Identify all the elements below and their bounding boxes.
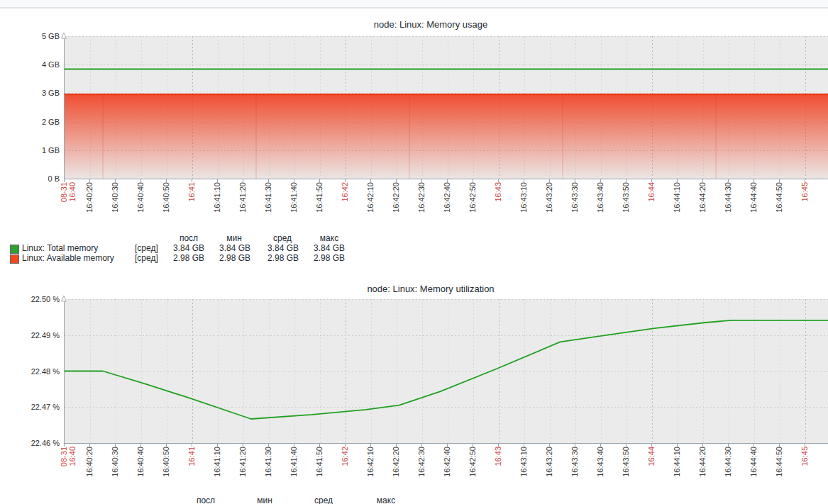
x-tick-label: 16:42:50: [468, 182, 477, 232]
x-tick-label: 16:44:40: [749, 182, 758, 232]
x-tick-label: 16:44:50: [775, 182, 783, 232]
x-tick-label: 16:43:40: [596, 447, 605, 496]
x-tick-label: 16:41:10: [213, 182, 221, 232]
legend-series-label: Linux: Available memory: [22, 254, 114, 263]
x-tick-label: 16:41:30: [264, 447, 272, 496]
x-tick-label: 16:40:30: [111, 447, 119, 496]
x-tick-label: 16:42:20: [392, 182, 400, 232]
y-axis-arrow-icon: [60, 29, 67, 42]
x-tick-label: 16:41:40: [289, 447, 298, 496]
x-tick-label: 16:40:50: [162, 447, 170, 496]
x-tick-label: 16:43:50: [622, 182, 630, 232]
memory-usage-chart-title: node: Linux: Memory usage: [64, 19, 797, 30]
legend-series-label: Linux: Total memory: [22, 244, 98, 253]
legend-header-макс: макс: [358, 496, 414, 504]
memory-usage-plot-area[interactable]: [64, 36, 828, 179]
grid-and-series-svg: [65, 36, 828, 179]
legend-header-макс: макс: [301, 234, 358, 243]
x-tick-label: 16:43:20: [545, 447, 553, 496]
x-tick-label: 16:42:50: [468, 447, 477, 496]
x-tick-label: 16:42:40: [443, 447, 451, 496]
x-tick-label: 16:42: [341, 447, 349, 496]
available-memory-area: [65, 94, 828, 179]
x-tick-label: 16:44:50: [775, 447, 783, 496]
x-tick-label: 16:40:50: [162, 182, 170, 232]
legend-swatch: [10, 254, 19, 264]
legend-value: 3.84 GB: [284, 244, 345, 253]
x-tick-label: 16:42: [341, 182, 349, 232]
legend-swatch: [10, 245, 19, 254]
y-tick-label: 5 GB: [14, 32, 60, 40]
x-tick-label: 16:44:10: [673, 182, 681, 232]
legend-header-посл: посл: [177, 496, 234, 504]
x-tick-label: 16:44:20: [698, 182, 707, 232]
y-tick-label: 1 GB: [14, 146, 60, 155]
y-tick-label: 22.46 %: [14, 439, 60, 447]
x-tick-label: 16:44:10: [673, 447, 681, 496]
memory-utilization-line: [65, 320, 828, 419]
y-tick-label: 22.49 %: [14, 331, 60, 340]
x-tick-label: 16:43: [494, 182, 502, 232]
x-tick-label: 16:41: [187, 447, 196, 496]
x-tick-label: 16:43:20: [545, 182, 553, 232]
legend-header-сред: сред: [295, 496, 352, 504]
x-tick-label: 16:42:30: [417, 447, 426, 496]
x-tick-label: 16:41: [187, 182, 196, 232]
x-tick-label: 16:43:30: [570, 447, 579, 496]
x-tick-label: 16:43:50: [622, 447, 630, 496]
x-tick-label: 16:44:20: [698, 447, 707, 496]
x-tick-label: 16:40:20: [85, 447, 94, 496]
x-tick-label: 16:42:30: [417, 182, 426, 232]
x-tick-label: 16:44: [647, 447, 656, 496]
x-tick-label: 16:42:20: [392, 447, 400, 496]
x-tick-label: 16:40:40: [136, 447, 145, 496]
y-tick-label: 22.48 %: [14, 367, 60, 376]
grid-and-series-svg: [65, 299, 828, 443]
memory-utilization-chart-title: node: Linux: Memory utilization: [64, 284, 797, 294]
x-tick-label: 16:42:10: [366, 182, 375, 232]
memory-utilization-plot-area[interactable]: [64, 299, 828, 444]
zabbix-graphs-page: node: Linux: Memory usage node: Linux: M…: [0, 0, 828, 504]
y-tick-label: 0 B: [14, 174, 60, 183]
x-tick-label: 16:41:50: [315, 182, 324, 232]
x-tick-label: 16:44:30: [724, 182, 732, 232]
x-tick-label: 16:41:20: [238, 447, 247, 496]
x-tick-label: 16:41:30: [264, 182, 272, 232]
x-tick-label: 16:43: [494, 447, 502, 496]
y-tick-label: 4 GB: [14, 60, 60, 69]
x-tick-label: 16:42:10: [366, 447, 375, 496]
x-tick-label: 16:40:40: [136, 182, 145, 232]
x-tick-label: 16:40:30: [111, 182, 119, 232]
y-tick-label: 3 GB: [14, 89, 60, 97]
x-tick-label: 16:44:30: [724, 447, 732, 496]
x-tick-label: 08-31 16:40: [60, 447, 77, 496]
legend-header-мин: мин: [236, 496, 293, 504]
y-tick-label: 2 GB: [14, 118, 60, 126]
x-tick-label: 16:43:10: [519, 182, 528, 232]
x-tick-label: 08-31 16:40: [60, 182, 77, 232]
y-axis-arrow-icon: [60, 292, 67, 305]
x-tick-label: 16:44:40: [749, 447, 758, 496]
x-tick-label: 16:45: [800, 182, 809, 232]
y-tick-label: 22.50 %: [14, 295, 60, 303]
x-tick-label: 16:45: [800, 447, 809, 496]
x-tick-label: 16:42:40: [443, 182, 451, 232]
x-tick-label: 16:41:20: [238, 182, 247, 232]
x-tick-label: 16:43:40: [596, 182, 605, 232]
x-tick-label: 16:41:10: [213, 447, 221, 496]
x-tick-label: 16:44: [647, 182, 656, 232]
x-tick-label: 16:43:10: [519, 447, 528, 496]
top-bar: [0, 0, 828, 9]
y-tick-label: 22.47 %: [14, 403, 60, 411]
x-tick-label: 16:41:40: [289, 182, 298, 232]
legend-value: 2.98 GB: [284, 254, 345, 263]
x-tick-label: 16:40:20: [85, 182, 94, 232]
x-tick-label: 16:41:50: [315, 447, 324, 496]
x-tick-label: 16:43:30: [570, 182, 579, 232]
